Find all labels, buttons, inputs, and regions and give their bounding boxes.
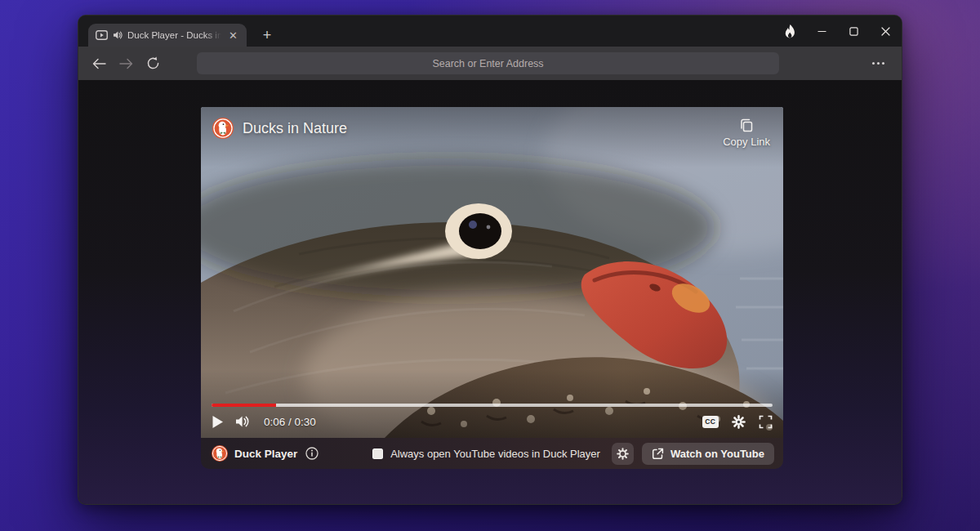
- browser-tab[interactable]: Duck Player - Ducks in Nature ✕: [88, 24, 247, 47]
- address-bar-input[interactable]: [197, 52, 779, 74]
- browser-window: Duck Player - Ducks in Nature ✕ +: [78, 15, 902, 505]
- tab-title: Duck Player - Ducks in Nature: [127, 30, 221, 40]
- volume-icon[interactable]: [235, 415, 251, 428]
- duckduckgo-logo: [212, 445, 228, 462]
- play-button[interactable]: [212, 415, 224, 429]
- fire-icon: [784, 25, 796, 38]
- copy-icon: [739, 118, 755, 133]
- duck-player-brand: Duck Player: [212, 445, 318, 462]
- duck-player-panel: Duck Player Always open YouTube videos i…: [201, 438, 783, 469]
- speaker-icon: [113, 30, 122, 40]
- new-tab-button[interactable]: +: [256, 25, 278, 45]
- forward-button[interactable]: [115, 53, 136, 74]
- copy-link-button[interactable]: Copy Link: [723, 118, 770, 148]
- duck-player-settings-button[interactable]: [612, 443, 634, 465]
- forward-icon: [119, 58, 133, 69]
- video-header: Ducks in Nature: [212, 118, 347, 139]
- maximize-icon: [849, 27, 858, 36]
- captions-button[interactable]: CC: [702, 416, 719, 428]
- overflow-menu-icon: [872, 62, 875, 65]
- overflow-menu-icon: [877, 62, 880, 65]
- video-time: 0:06 / 0:30: [264, 416, 316, 428]
- tab-close-icon[interactable]: ✕: [226, 29, 240, 42]
- video-icon: [96, 30, 108, 40]
- fullscreen-button[interactable]: [759, 415, 773, 429]
- video-title: Ducks in Nature: [243, 120, 347, 137]
- info-icon: [305, 447, 318, 460]
- window-controls: [774, 16, 902, 47]
- titlebar: Duck Player - Ducks in Nature ✕ +: [78, 16, 902, 47]
- reload-icon: [146, 56, 160, 70]
- duck-player: Ducks in Nature Copy Link: [201, 107, 783, 469]
- video-controls: 0:06 / 0:30 CC: [212, 411, 773, 432]
- video-progress-fill: [212, 404, 276, 407]
- navigation-bar: [78, 47, 902, 80]
- video-progress-bar[interactable]: [212, 404, 773, 407]
- watch-on-youtube-button[interactable]: Watch on YouTube: [642, 443, 774, 465]
- always-open-checkbox[interactable]: [372, 448, 383, 459]
- duck-player-label: Duck Player: [234, 448, 297, 460]
- always-open-label: Always open YouTube videos in Duck Playe…: [390, 448, 600, 460]
- fire-button[interactable]: [774, 16, 806, 47]
- overflow-menu-icon: [882, 62, 884, 65]
- maximize-button[interactable]: [838, 16, 870, 47]
- info-button[interactable]: [305, 447, 318, 460]
- close-window-button[interactable]: [870, 16, 902, 47]
- watch-on-youtube-label: Watch on YouTube: [670, 448, 764, 460]
- copy-link-label: Copy Link: [723, 136, 770, 148]
- external-link-icon: [652, 448, 664, 460]
- reload-button[interactable]: [142, 53, 163, 74]
- page-content: Ducks in Nature Copy Link: [78, 80, 902, 505]
- back-button[interactable]: [88, 53, 109, 74]
- minimize-icon: [817, 27, 826, 36]
- always-open-setting[interactable]: Always open YouTube videos in Duck Playe…: [372, 448, 600, 460]
- back-icon: [92, 58, 106, 69]
- player-settings-button[interactable]: [732, 415, 746, 429]
- gear-icon: [617, 448, 629, 460]
- desktop-background: Duck Player - Ducks in Nature ✕ +: [0, 0, 980, 531]
- video-frame[interactable]: Ducks in Nature Copy Link: [201, 107, 783, 438]
- overflow-menu-button[interactable]: [864, 47, 892, 80]
- duckduckgo-logo: [212, 118, 234, 139]
- minimize-button[interactable]: [806, 16, 838, 47]
- close-icon: [881, 27, 890, 36]
